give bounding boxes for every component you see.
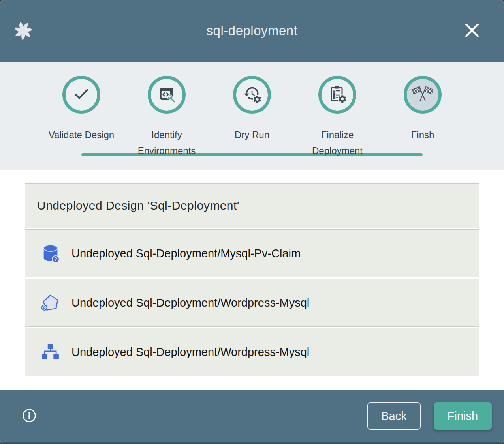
result-row-wordpress-mysql-deployment: Undeployed Sql-Deployment/Wordpress-Mysq… (25, 328, 479, 376)
sync-gear-icon (242, 84, 262, 105)
hierarchy-deployment-icon (40, 342, 61, 362)
pentagon-pod-icon (40, 292, 61, 313)
check-icon (71, 84, 91, 105)
step-circle (148, 76, 186, 114)
step-label: Identify Environments (131, 127, 203, 159)
step-circle (233, 76, 271, 114)
results-area: Undeployed Design 'Sql-Deployment' ? Und… (0, 170, 504, 390)
pinwheel-logo-icon (12, 19, 35, 42)
step-finalize-deployment: Finalize Deployment (295, 76, 380, 159)
modal-footer: Back Finish (0, 390, 504, 444)
footer-buttons: Back Finish (367, 402, 492, 430)
step-finish: Finsh (380, 76, 465, 159)
modal-header: sql-deployment (0, 0, 504, 62)
code-window-wrench-icon (157, 84, 176, 105)
step-circle (404, 76, 442, 114)
step-label: Finsh (411, 127, 434, 143)
wizard-stepper: Validate Design (0, 62, 504, 170)
step-label: Validate Design (49, 127, 114, 143)
result-text: Undeployed Design 'Sql-Deployment' (37, 199, 239, 212)
database-question-icon: ? (40, 243, 61, 264)
back-button[interactable]: Back (367, 402, 421, 430)
result-row-pv-claim: ? Undeployed Sql-Deployment/Mysql-Pv-Cla… (25, 229, 479, 277)
result-text: Undeployed Sql-Deployment/Wordpress-Mysq… (71, 296, 309, 309)
close-icon (464, 22, 480, 39)
info-button[interactable] (21, 408, 37, 424)
svg-text:?: ? (55, 257, 57, 262)
step-label: Finalize Deployment (301, 127, 373, 159)
step-identify-environments: Identify Environments (124, 76, 209, 159)
checkered-flags-icon (412, 84, 433, 105)
step-validate-design: Validate Design (39, 76, 124, 159)
clipboard-gear-icon (328, 84, 347, 105)
step-circle (318, 76, 356, 114)
result-text: Undeployed Sql-Deployment/Mysql-Pv-Claim (71, 247, 301, 260)
step-dry-run: Dry Run (209, 76, 295, 159)
info-icon (22, 408, 37, 424)
deployment-results-panel: Undeployed Design 'Sql-Deployment' ? Und… (25, 183, 479, 376)
close-button[interactable] (463, 22, 481, 40)
finish-button[interactable]: Finish (434, 402, 492, 430)
result-row-design: Undeployed Design 'Sql-Deployment' (25, 183, 479, 228)
modal-title: sql-deployment (207, 23, 298, 38)
result-row-wordpress-mysql-pod: Undeployed Sql-Deployment/Wordpress-Mysq… (25, 279, 479, 327)
step-circle (62, 76, 100, 114)
result-text: Undeployed Sql-Deployment/Wordpress-Mysq… (71, 346, 309, 359)
step-label: Dry Run (235, 127, 269, 143)
deployment-wizard-modal: sql-deployment Validate Design (0, 0, 504, 444)
